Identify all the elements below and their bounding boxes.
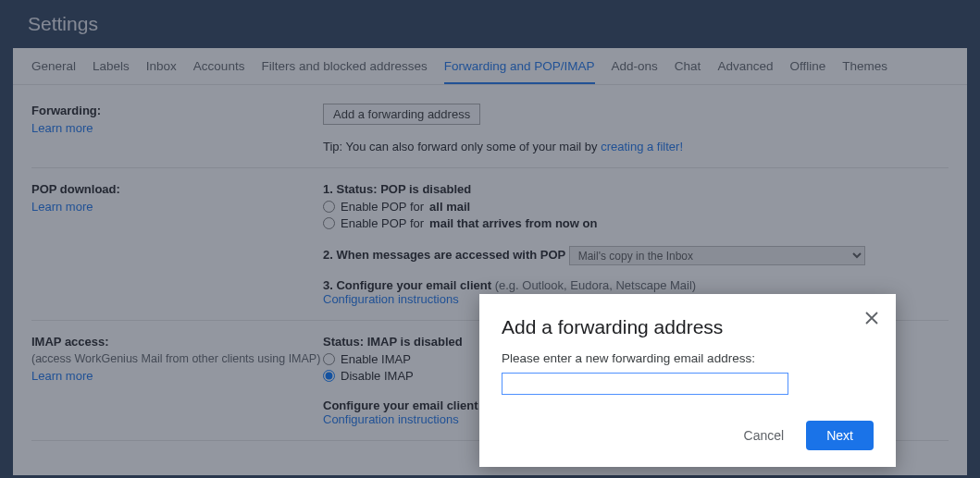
next-button[interactable]: Next	[806, 421, 874, 450]
add-forwarding-dialog: Add a forwarding address Please enter a …	[479, 294, 896, 467]
close-icon[interactable]	[862, 309, 881, 327]
forwarding-email-input[interactable]	[502, 373, 788, 395]
dialog-prompt: Please enter a new forwarding email addr…	[502, 351, 874, 365]
dialog-title: Add a forwarding address	[502, 316, 874, 338]
cancel-button[interactable]: Cancel	[735, 421, 794, 450]
